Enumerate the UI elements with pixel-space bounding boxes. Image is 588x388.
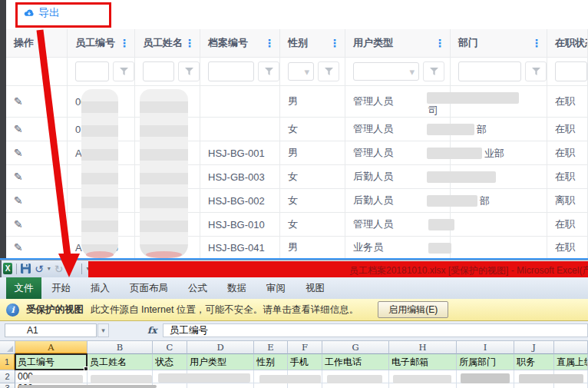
- tab-view[interactable]: 视图: [296, 277, 335, 299]
- formula-input[interactable]: 员工编号: [163, 323, 588, 337]
- cell-E3[interactable]: [254, 383, 288, 388]
- col-header-J[interactable]: J: [514, 341, 554, 354]
- edit-row-icon[interactable]: ✎: [14, 171, 23, 183]
- emp-id-filter-funnel-button[interactable]: [113, 61, 134, 81]
- col-header-H[interactable]: H: [389, 341, 457, 354]
- edit-row-icon[interactable]: ✎: [14, 147, 23, 159]
- cell-F3[interactable]: [288, 383, 322, 388]
- table-row: ✎ A5 HSJ-BG-041 男 业务员 在职: [6, 237, 588, 258]
- excel-app-icon[interactable]: X: [3, 263, 12, 274]
- table-toolbar: 导出: [6, 0, 588, 29]
- emp-name-cell: [135, 86, 200, 118]
- undo-dropdown-icon[interactable]: ▾: [48, 265, 51, 272]
- cell-I3[interactable]: [457, 383, 514, 388]
- funnel-icon: [532, 68, 540, 75]
- col-header-C[interactable]: C: [153, 341, 187, 354]
- cell-K3[interactable]: [554, 383, 588, 388]
- column-menu-icon[interactable]: ⋮: [119, 38, 130, 48]
- col-header-A[interactable]: A: [15, 341, 88, 354]
- column-menu-icon[interactable]: ⋮: [434, 38, 445, 48]
- tab-file[interactable]: 文件: [6, 277, 41, 299]
- row-number-1[interactable]: 1: [0, 354, 15, 370]
- tab-formulas[interactable]: 公式: [178, 277, 217, 299]
- edit-row-icon[interactable]: ✎: [14, 218, 23, 230]
- dept-filter-funnel-button[interactable]: [525, 61, 547, 81]
- edit-row-icon[interactable]: ✎: [14, 241, 23, 254]
- cell-H1[interactable]: 电子邮箱: [389, 354, 457, 370]
- name-box-dropdown-icon[interactable]: ▾: [97, 323, 109, 337]
- funnel-icon: [325, 68, 333, 75]
- tab-page-layout[interactable]: 页面布局: [120, 277, 178, 299]
- tab-data[interactable]: 数据: [217, 277, 256, 299]
- name-box[interactable]: A1: [5, 323, 97, 337]
- col-header-G[interactable]: G: [322, 341, 389, 354]
- column-menu-icon[interactable]: ⋮: [531, 38, 542, 48]
- undo-icon[interactable]: ↺: [35, 264, 44, 274]
- enable-editing-button[interactable]: 启用编辑(E): [378, 301, 448, 318]
- status-filter-input[interactable]: [555, 61, 587, 81]
- col-header-D[interactable]: D: [187, 341, 254, 354]
- archive-no-filter-funnel-button[interactable]: [258, 61, 279, 81]
- archive-cell: [200, 118, 280, 141]
- col-header-op: 操作: [6, 29, 68, 58]
- column-menu-icon[interactable]: ⋮: [329, 38, 340, 48]
- edit-row-icon[interactable]: ✎: [14, 123, 23, 135]
- row-number-3[interactable]: 3: [0, 383, 15, 388]
- browser-left-edge: [0, 0, 6, 260]
- cell-C1[interactable]: 状态: [153, 354, 187, 370]
- user-type-filter-select[interactable]: ▾: [353, 62, 419, 81]
- tab-review[interactable]: 审阅: [256, 277, 296, 299]
- user-type-filter-funnel-button[interactable]: [423, 61, 444, 81]
- row-number-2[interactable]: 2: [0, 370, 15, 383]
- filter-op-empty: [6, 58, 68, 86]
- emp-name-cell: [135, 165, 200, 189]
- edit-row-icon[interactable]: ✎: [14, 95, 23, 108]
- cell-D3[interactable]: [187, 383, 254, 388]
- cell-E1[interactable]: 性别: [254, 354, 288, 370]
- cell-C3[interactable]: [153, 383, 187, 388]
- column-menu-icon[interactable]: ⋮: [184, 38, 195, 48]
- cell-G3[interactable]: [322, 383, 389, 388]
- user-type-cell: 管理人员: [345, 86, 451, 118]
- gender-filter-funnel-button[interactable]: [318, 61, 339, 81]
- cell-B1[interactable]: 员工姓名: [88, 354, 153, 370]
- emp-name-filter-input[interactable]: [143, 61, 174, 81]
- save-icon[interactable]: [21, 264, 31, 274]
- emp-id-filter-input[interactable]: [75, 61, 109, 81]
- col-header-E[interactable]: E: [254, 341, 288, 354]
- archive-no-filter-input[interactable]: [208, 61, 254, 81]
- funnel-icon: [265, 68, 273, 75]
- dept-filter-input[interactable]: [458, 61, 521, 81]
- col-header-I[interactable]: I: [457, 341, 514, 354]
- col-header-F[interactable]: F: [288, 341, 322, 354]
- tab-home[interactable]: 开始: [41, 277, 81, 299]
- redo-icon[interactable]: ↻: [55, 264, 64, 274]
- redaction-blob: [393, 375, 451, 383]
- col-header-gender: 性别⋮: [280, 29, 345, 58]
- dept-cell: [451, 213, 547, 237]
- formula-bar: A1 ▾ fx 员工编号: [0, 321, 588, 341]
- edit-row-icon[interactable]: ✎: [14, 194, 23, 207]
- cell-G1[interactable]: 工作电话: [322, 354, 389, 370]
- status-cell: 在职: [547, 165, 588, 189]
- cell-K1[interactable]: 直属上级: [554, 354, 588, 370]
- redaction-blob: [18, 385, 157, 388]
- cell-J1[interactable]: 职务: [514, 354, 554, 370]
- tab-insert[interactable]: 插入: [81, 277, 120, 299]
- funnel-icon: [430, 68, 438, 75]
- select-all-corner[interactable]: [0, 341, 15, 354]
- dept-cell: [451, 141, 547, 165]
- cell-F1[interactable]: 手机: [288, 354, 322, 370]
- dept-cell: [451, 237, 547, 258]
- cell-I1[interactable]: 所属部门: [457, 354, 514, 370]
- cell-H3[interactable]: [389, 383, 457, 388]
- col-header-K[interactable]: [554, 341, 588, 354]
- emp-name-filter-funnel-button[interactable]: [178, 61, 200, 81]
- gender-filter-select[interactable]: ▾: [288, 62, 314, 81]
- col-header-B[interactable]: B: [88, 341, 153, 354]
- export-button[interactable]: 导出: [23, 6, 60, 20]
- column-menu-icon[interactable]: ⋮: [264, 38, 275, 48]
- cell-D1[interactable]: 用户类型: [187, 354, 254, 370]
- cell-J3[interactable]: [514, 383, 554, 388]
- insert-function-icon[interactable]: fx: [147, 325, 157, 336]
